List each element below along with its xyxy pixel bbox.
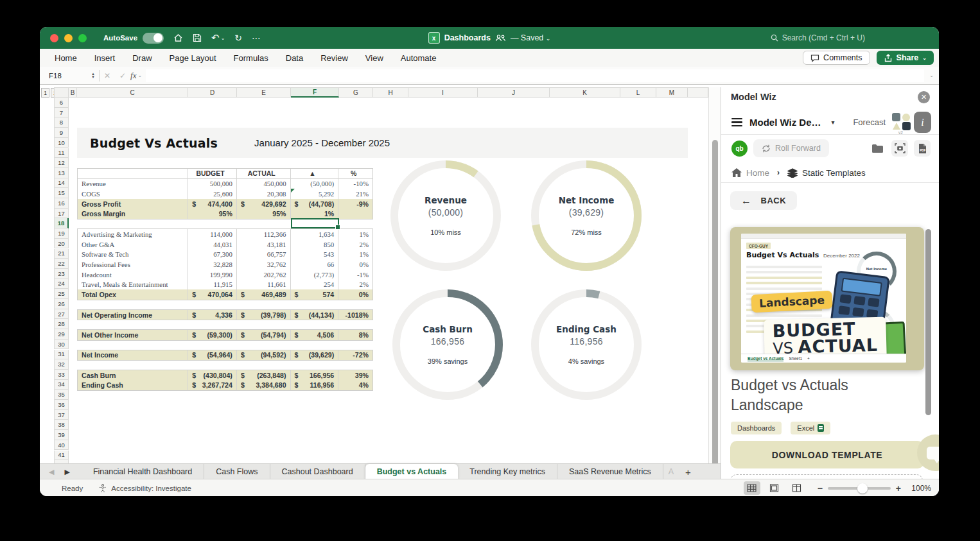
table-row[interactable]: Ending Cash$3,267,724$3,384,680$116,9564… [78, 381, 372, 391]
zoom-slider-knob[interactable] [857, 483, 868, 494]
fill-handle[interactable] [335, 225, 340, 230]
panel-scrollbar-thumb[interactable] [925, 229, 931, 415]
donut-chart-net-income[interactable]: Net Income(39,629)72% miss [531, 160, 642, 271]
ribbon-tab-formulas[interactable]: Formulas [234, 53, 268, 63]
more-commands-icon[interactable]: ⋯ [252, 33, 261, 43]
row-header-31[interactable]: 31 [54, 350, 69, 360]
table-cell[interactable]: 39% [338, 370, 372, 381]
table-cell[interactable]: $4,506 [291, 330, 339, 340]
table-cell[interactable]: $429,692 [237, 199, 291, 209]
breadcrumb-section[interactable]: Static Templates [802, 168, 866, 178]
ribbon-tab-automate[interactable]: Automate [401, 53, 437, 63]
row-header-40[interactable]: 40 [54, 440, 69, 451]
table-cell[interactable]: 20,308 [237, 189, 291, 199]
table-row[interactable]: Software & Tech67,30066,7575431% [78, 249, 372, 259]
table-cell[interactable]: -1018% [338, 310, 372, 320]
table-cell[interactable]: Ending Cash [78, 381, 188, 391]
save-icon[interactable] [193, 33, 202, 42]
formula-input[interactable] [146, 69, 924, 82]
table-row[interactable]: BUDGETACTUAL▲% [78, 169, 372, 179]
name-box[interactable]: F18 [45, 69, 91, 82]
table-cell[interactable]: $4,336 [188, 310, 237, 320]
table-cell[interactable]: Travel, Meals & Entertainment [78, 280, 188, 290]
table-cell[interactable]: Total Opex [78, 289, 188, 300]
table-cell[interactable]: Net Income [78, 350, 188, 361]
zoom-in-icon[interactable]: + [896, 483, 901, 494]
table-cell[interactable]: (2,773) [291, 270, 339, 280]
table-cell[interactable]: $3,384,680 [237, 381, 291, 391]
table-cell[interactable]: Net Operating Income [78, 310, 188, 320]
table-row[interactable]: Professional Fees32,82832,762660% [78, 259, 372, 270]
row-header-28[interactable]: 28 [54, 319, 69, 329]
table-cell[interactable]: 850 [291, 239, 339, 250]
zoom-window-button[interactable] [78, 34, 87, 42]
table-row[interactable]: Net Operating Income$4,336$(39,798)$(44,… [78, 310, 372, 320]
minimize-window-button[interactable] [64, 34, 73, 42]
row-header-36[interactable]: 36 [54, 400, 69, 410]
table-cell[interactable]: $166,956 [291, 370, 339, 381]
donut-chart-revenue[interactable]: Revenue(50,000)10% miss [390, 160, 501, 271]
column-header-M[interactable]: M [656, 87, 688, 98]
saved-status[interactable]: — Saved ⌄ [511, 33, 550, 42]
table-row[interactable]: Headcount199,990202,762(2,773)-1% [78, 270, 372, 280]
table-cell[interactable]: 450,000 [237, 179, 291, 189]
table-cell[interactable]: 1% [338, 229, 372, 239]
menu-icon[interactable] [731, 118, 742, 126]
table-cell[interactable]: 66 [291, 259, 339, 270]
row-header-14[interactable]: 14 [54, 178, 69, 189]
table-cell[interactable]: % [338, 169, 372, 178]
column-header-H[interactable]: H [373, 87, 408, 98]
table-cell[interactable]: 44,031 [188, 239, 237, 250]
row-header-18[interactable]: 18 [54, 218, 69, 228]
table-cell[interactable]: $3,267,724 [188, 381, 237, 391]
row-header-33[interactable]: 33 [54, 370, 69, 380]
row-header-22[interactable]: 22 [54, 259, 69, 269]
sheet-tab-cashout-dashboard[interactable]: Cashout Dashboard [270, 464, 365, 479]
column-header-B[interactable]: B [69, 87, 77, 98]
quickbooks-icon[interactable]: qb [731, 141, 748, 157]
table-cell[interactable] [338, 209, 372, 219]
name-box-spinner[interactable]: ▲▼ [91, 73, 95, 79]
table-cell[interactable]: 25,600 [188, 189, 237, 199]
table-cell[interactable]: $(430,804) [188, 370, 237, 381]
table-row[interactable]: Cash Burn$(430,804)$(263,848)$166,95639% [78, 370, 372, 381]
table-cell[interactable]: $(54,964) [188, 350, 237, 361]
table-cell[interactable]: Gross Margin [78, 209, 188, 219]
table-cell[interactable]: 67,300 [188, 249, 237, 259]
share-button[interactable]: Share ⌄ [877, 51, 934, 65]
table-cell[interactable]: $(39,798) [237, 310, 291, 320]
row-header-41[interactable]: 41 [54, 451, 69, 461]
back-button[interactable]: ← BACK [730, 191, 797, 210]
breadcrumb-home[interactable]: Home [746, 168, 769, 178]
table-cell[interactable]: 254 [291, 280, 339, 290]
folder-icon[interactable] [869, 140, 886, 157]
table-cell[interactable]: Cash Burn [78, 370, 188, 381]
ribbon-tab-view[interactable]: View [365, 53, 383, 63]
row-header-39[interactable]: 39 [54, 430, 69, 440]
table-cell[interactable] [78, 169, 188, 178]
table-cell[interactable]: Headcount [78, 270, 188, 280]
table-cell[interactable]: 1,634 [291, 229, 339, 239]
accessibility-status[interactable]: Accessibility: Investigate [98, 484, 191, 493]
table-cell[interactable]: 95% [237, 209, 291, 219]
download-template-button[interactable]: DOWNLOAD TEMPLATE [730, 441, 924, 468]
column-header-C[interactable]: C [77, 87, 188, 98]
table-cell[interactable]: $(59,300) [188, 330, 237, 340]
table-cell[interactable]: Net Other Income [78, 330, 188, 340]
next-sheet-icon[interactable]: ▶ [64, 468, 69, 476]
row-header-34[interactable]: 34 [54, 380, 69, 390]
page-break-view-button[interactable] [789, 481, 805, 495]
sheet-tab-saas-revenue-metrics[interactable]: SaaS Revenue Metrics [557, 464, 663, 479]
row-header-19[interactable]: 19 [54, 228, 69, 239]
table-cell[interactable]: 202,762 [237, 270, 291, 280]
table-cell[interactable]: $574 [291, 289, 339, 300]
redo-icon[interactable]: ↻ [234, 33, 242, 43]
table-row[interactable]: Revenue500,000450,000(50,000)-10% [78, 179, 372, 189]
table-cell[interactable]: 21% [338, 189, 372, 199]
ribbon-tab-draw[interactable]: Draw [132, 53, 152, 63]
column-header-E[interactable]: E [237, 87, 291, 98]
column-header-J[interactable]: J [478, 87, 550, 98]
dropdown-caret-icon[interactable]: ▾ [832, 119, 835, 126]
autosave-toggle[interactable] [143, 33, 164, 44]
table-cell[interactable]: 1% [338, 249, 372, 259]
